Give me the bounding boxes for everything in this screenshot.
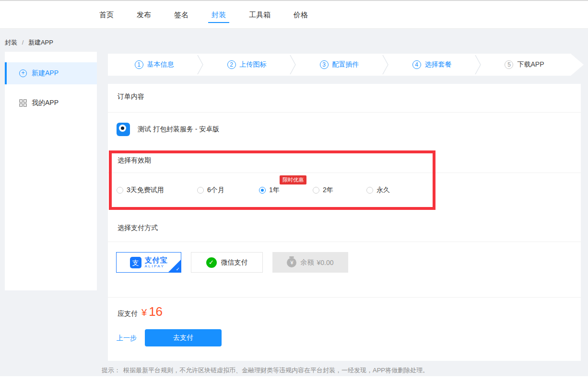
payment-title: 选择支付方式 [118,224,158,232]
go-pay-button[interactable]: 去支付 [145,329,222,346]
alipay-logo-icon: 支 [130,257,141,268]
nav-item-price[interactable]: 价格 [294,11,308,20]
steps-arrow-tip [571,54,584,76]
validity-option-label: 1年 [269,186,280,195]
radio-icon [366,187,373,194]
step-download-app[interactable]: 5 下载APP [478,54,571,76]
validity-option-3day-trial[interactable]: 3天免费试用 [117,186,164,195]
wechat-pay-label: 微信支付 [221,258,248,267]
order-panel: 订单内容 测试 打包封装服务 - 安卓版 选择有效期 限时优惠 3天免费试用 6… [108,84,581,361]
balance-label: 余额 [300,258,314,267]
check-icon: ✓ [176,267,180,272]
app-icon [117,123,130,136]
radio-checked-icon [259,187,266,194]
order-title: 订单内容 [118,92,144,101]
amount-due: 应支付 ¥ 16 [118,304,163,319]
validity-option-label: 永久 [376,186,390,195]
step-number: 2 [227,60,236,69]
sidebar-item-my-apps[interactable]: 我的APP [5,92,97,114]
wechat-pay-icon: ✓ [206,257,217,268]
bottom-strip [0,376,588,380]
step-label: 上传图标 [240,60,267,69]
breadcrumb-separator: / [22,39,24,46]
grid-icon [19,99,27,107]
payment-option-wechat[interactable]: ✓ 微信支付 [191,252,263,273]
limited-offer-badge: 限时优惠 [280,175,306,184]
product-name: 测试 打包封装服务 - 安卓版 [138,125,219,134]
previous-step-link[interactable]: 上一步 [117,334,137,343]
step-upload-icon[interactable]: 2 上传图标 [200,54,293,76]
step-label: 基本信息 [147,60,174,69]
breadcrumb-current: 新建APP [28,39,53,46]
alipay-wordmark: 支付宝 ALIPAY [145,256,168,268]
header: 首页 发布 签名 封装 工具箱 价格 [0,1,588,29]
balance-amount: ¥0.00 [317,259,333,266]
validity-title: 选择有效期 [118,156,151,165]
annotation-red-box [109,150,435,210]
payment-option-alipay[interactable]: 支 支付宝 ALIPAY ✓ [116,252,181,273]
sidebar-item-label: 新建APP [32,69,59,78]
divider [108,112,581,113]
step-label: 配置插件 [332,60,359,69]
step-number: 4 [412,60,421,69]
step-number: 1 [135,60,143,69]
main-nav: 首页 发布 签名 封装 工具箱 价格 [99,11,331,20]
currency-symbol: ¥ [141,307,147,318]
sidebar-gap [5,84,97,92]
step-basic-info[interactable]: 1 基本信息 [108,54,200,76]
footer-tip: 提示：根据最新平台规则，不允许区块链虚拟币、金融理财类等违规内容在平台封装，一经… [102,366,429,375]
amount-due-label: 应支付 [118,310,138,318]
breadcrumb: 封装 / 新建APP [5,38,53,47]
step-configure-plugins[interactable]: 3 配置插件 [293,54,386,76]
radio-icon [197,187,204,194]
step-label: 下载APP [517,60,544,69]
plus-circle-icon: + [19,69,27,77]
divider [108,242,581,242]
validity-option-forever[interactable]: 永久 [366,186,390,195]
divider [108,297,581,298]
sidebar: + 新建APP 我的APP [5,52,97,290]
radio-icon [313,187,319,194]
validity-option-label: 2年 [323,186,333,195]
validity-option-6months[interactable]: 6个月 [197,186,224,195]
validity-option-label: 3天免费试用 [127,186,164,195]
tip-label: 提示： [102,367,120,374]
nav-item-publish[interactable]: 发布 [137,11,151,20]
validity-option-1year[interactable]: 1年 [259,186,280,195]
sidebar-spacer [5,52,97,62]
nav-item-package[interactable]: 封装 [212,11,226,20]
money-bag-icon: ¥ [287,258,296,267]
sidebar-item-new-app[interactable]: + 新建APP [5,62,97,84]
divider [108,173,581,173]
tip-text: 根据最新平台规则，不允许区块链虚拟币、金融理财类等违规内容在平台封装，一经发现，… [123,367,429,374]
step-select-plan[interactable]: 4 选择套餐 [386,54,478,76]
validity-option-label: 6个月 [207,186,224,195]
breadcrumb-section[interactable]: 封装 [5,39,17,46]
amount-due-value: 16 [149,304,163,319]
nav-item-home[interactable]: 首页 [99,11,114,20]
radio-icon [117,187,123,194]
app-packaging-page: 首页 发布 签名 封装 工具箱 价格 封装 / 新建APP + 新建APP 我的… [0,0,588,380]
validity-option-2years[interactable]: 2年 [313,186,333,195]
product-row: 测试 打包封装服务 - 安卓版 [117,123,219,136]
steps-bar: 1 基本信息 2 上传图标 3 配置插件 4 选择套餐 5 下载APP [108,54,571,76]
nav-item-toolbox[interactable]: 工具箱 [249,11,270,20]
sidebar-item-label: 我的APP [32,99,59,107]
step-number: 3 [320,60,329,69]
payment-option-balance[interactable]: ¥ 余额 ¥0.00 [272,252,348,273]
step-number: 5 [505,60,513,69]
nav-item-sign[interactable]: 签名 [174,11,188,20]
step-label: 选择套餐 [425,60,452,69]
